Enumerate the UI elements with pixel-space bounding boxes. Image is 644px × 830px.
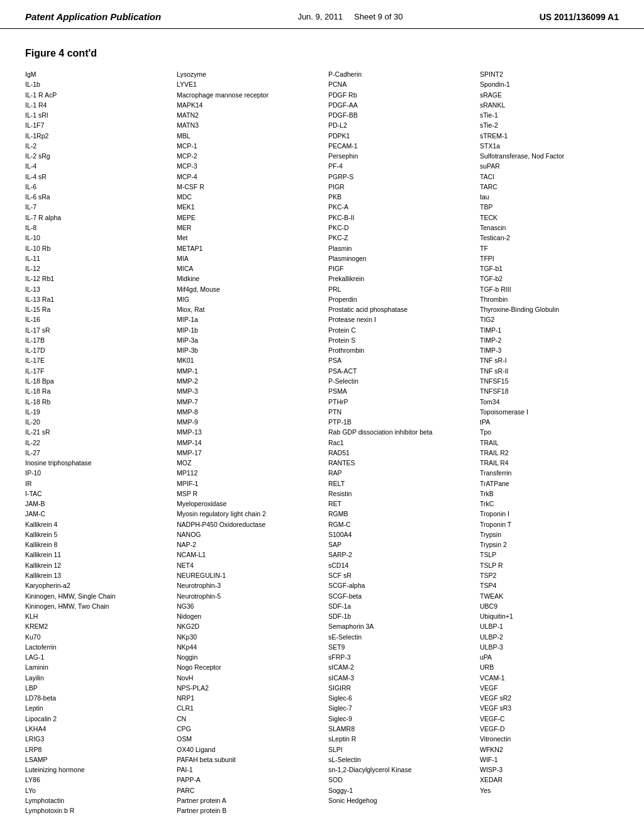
list-item: sE-Selectin: [328, 632, 467, 642]
list-item: MICA: [177, 263, 316, 274]
list-item: SLAMR8: [328, 724, 467, 734]
list-item: IL-17B: [25, 335, 164, 345]
list-item: URB: [480, 662, 619, 672]
list-item: MIP-3b: [177, 345, 316, 355]
list-item: XEDAR: [480, 775, 619, 785]
list-item: TIMP-1: [480, 325, 619, 335]
list-item: NKp44: [177, 642, 316, 652]
list-item: MMP-2: [177, 376, 316, 386]
list-item: Protein S: [328, 335, 467, 345]
list-item: PAI-1: [177, 765, 316, 775]
list-item: M-CSF R: [177, 182, 316, 192]
list-item: MK01: [177, 355, 316, 365]
list-item: PIGR: [328, 182, 467, 192]
list-item: Plasmin: [328, 243, 467, 253]
list-item: TWEAK: [480, 591, 619, 601]
header-center: Jun. 9, 2011 Sheet 9 of 30: [297, 12, 402, 21]
list-item: LAG-1: [25, 652, 164, 662]
list-item: S100A4: [328, 529, 467, 540]
list-item: IL-1Rp2: [25, 131, 164, 141]
header-date: Jun. 9, 2011: [297, 12, 343, 21]
list-item: PECAM-1: [328, 141, 467, 151]
list-item: MIG: [177, 294, 316, 304]
list-item: VCAM-1: [480, 673, 619, 683]
list-item: MCP-2: [177, 151, 316, 161]
list-item: Protease nexin I: [328, 314, 467, 324]
list-item: Kininogen, HMW, Two Chain: [25, 601, 164, 611]
column-1: IgMIL-1bIL-1 R AcPIL-1 R4IL-1 sRIIL-1F7I…: [25, 69, 164, 816]
list-item: IL-11: [25, 253, 164, 263]
list-item: PTHrP: [328, 397, 467, 407]
list-item: NKp30: [177, 632, 316, 642]
list-item: Troponin T: [480, 519, 619, 529]
list-item: sTREM-1: [480, 131, 619, 141]
list-item: RAD51: [328, 448, 467, 458]
list-item: PIGF: [328, 263, 467, 274]
list-item: NAP-2: [177, 540, 316, 550]
list-item: Siglec-6: [328, 693, 467, 703]
column-4: SPINT2Spondin-1sRAGEsRANKLsTie-1sTie-2sT…: [480, 69, 619, 816]
list-item: ULBP-2: [480, 632, 619, 642]
list-item: sTie-2: [480, 120, 619, 130]
list-item: Vitronectin: [480, 734, 619, 744]
list-item: TARC: [480, 182, 619, 192]
list-item: TGF-b2: [480, 274, 619, 284]
list-item: MMP-14: [177, 438, 316, 448]
list-item: TGF-b RIII: [480, 284, 619, 294]
list-item: Yes: [480, 785, 619, 795]
list-item: Miox, Rat: [177, 304, 316, 314]
list-item: RELT: [328, 479, 467, 489]
list-item: Lymphotoxin b R: [25, 805, 164, 816]
list-item: LRP8: [25, 744, 164, 755]
list-item: ULBP-3: [480, 642, 619, 652]
list-item: Midkine: [177, 274, 316, 284]
list-item: IL-17 sR: [25, 325, 164, 335]
list-item: Lactoferrin: [25, 642, 164, 652]
list-item: TGF-b1: [480, 263, 619, 274]
list-item: TNFSF15: [480, 376, 619, 386]
list-item: Prostatic acid phosphatase: [328, 304, 467, 314]
list-item: PTP-1B: [328, 417, 467, 427]
list-item: PAPP-A: [177, 775, 316, 785]
list-item: TIG2: [480, 314, 619, 324]
list-item: SDF-1a: [328, 601, 467, 611]
list-item: LKHA4: [25, 724, 164, 734]
list-item: STX1a: [480, 141, 619, 151]
page-container: Patent Application Publication Jun. 9, 2…: [0, 0, 644, 830]
list-item: IL-22: [25, 438, 164, 448]
list-item: Troponin I: [480, 509, 619, 519]
list-item: IL-18 Bpa: [25, 376, 164, 386]
list-item: MMP-13: [177, 427, 316, 437]
list-item: Plasminogen: [328, 253, 467, 263]
list-item: PRL: [328, 284, 467, 294]
list-item: Karyopherin-a2: [25, 580, 164, 590]
list-item: UBC9: [480, 601, 619, 611]
list-item: IL-1b: [25, 79, 164, 89]
list-item: Spondin-1: [480, 79, 619, 89]
list-item: Layilin: [25, 673, 164, 683]
list-item: TrkC: [480, 499, 619, 509]
list-item: Thyroxine-Binding Globulin: [480, 304, 619, 314]
list-item: TIMP-3: [480, 345, 619, 355]
list-item: SPINT2: [480, 69, 619, 79]
list-item: IL-13 Ra1: [25, 294, 164, 304]
list-item: RANTES: [328, 458, 467, 468]
list-item: IL-8: [25, 223, 164, 233]
page-header: Patent Application Publication Jun. 9, 2…: [0, 0, 644, 29]
list-item: IL-17F: [25, 366, 164, 376]
list-item: Kininogen, HMW, Single Chain: [25, 591, 164, 601]
list-item: LYo: [25, 785, 164, 795]
list-item: IL-1 sRI: [25, 110, 164, 120]
list-item: IL-16: [25, 314, 164, 324]
list-item: Lipocalin 2: [25, 714, 164, 724]
list-item: MPIF-1: [177, 479, 316, 489]
list-item: VEGF: [480, 683, 619, 693]
list-item: CLR1: [177, 703, 316, 713]
list-item: sRAGE: [480, 90, 619, 100]
list-item: IL-4: [25, 161, 164, 171]
list-item: Rab GDP dissociation inhibitor beta: [328, 427, 467, 437]
list-item: TBP: [480, 202, 619, 212]
list-item: MOZ: [177, 458, 316, 468]
list-item: IL-27: [25, 448, 164, 458]
list-item: Luteinizing hormone: [25, 765, 164, 775]
